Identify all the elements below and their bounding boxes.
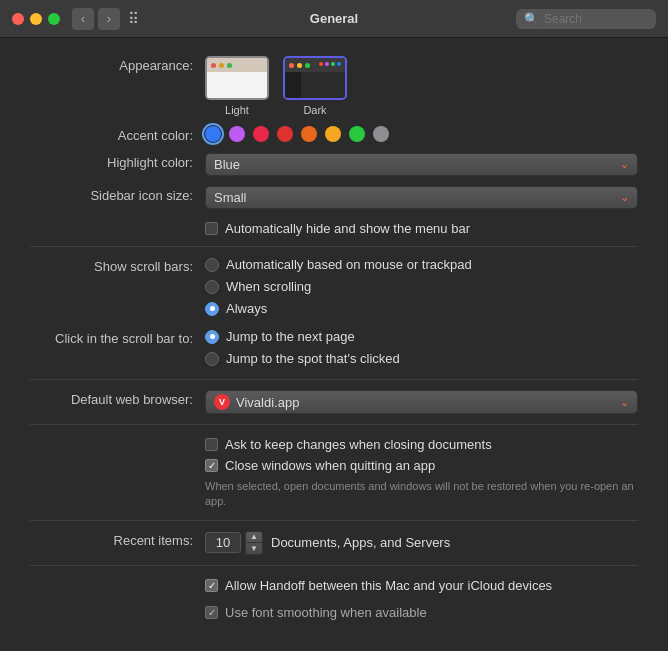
font-smoothing-checkbox[interactable] [205,606,218,619]
ask-keep-row: Ask to keep changes when closing documen… [30,435,638,510]
scroll-always-radio[interactable] [205,302,219,316]
recent-items-value: 10 [205,532,241,553]
menu-bar-checkbox-row: Automatically hide and show the menu bar [205,219,638,236]
dark-label: Dark [303,104,326,116]
scroll-bars-row: Show scroll bars: Automatically based on… [30,257,638,319]
close-windows-label: Close windows when quitting an app [225,458,435,473]
nav-buttons: ‹ › [72,8,120,30]
recent-items-row: Recent items: 10 ▲ ▼ Documents, Apps, an… [30,531,638,555]
separator-3 [30,424,638,425]
font-smoothing-control: Use font smoothing when available [205,603,638,620]
vivaldi-icon: V [214,394,230,410]
sidebar-icon-size-arrow: ⌄ [620,191,629,204]
sidebar-icon-size-control: Small ⌄ [205,186,638,209]
accent-dot-graphite[interactable] [373,126,389,142]
scroll-bars-control: Automatically based on mouse or trackpad… [205,257,638,319]
sidebar-icon-size-dropdown[interactable]: Small ⌄ [205,186,638,209]
vivaldi-value: Vivaldi.app [236,395,299,410]
scroll-scrolling-row: When scrolling [205,279,638,294]
scroll-auto-row: Automatically based on mouse or trackpad [205,257,638,272]
scroll-bars-label: Show scroll bars: [30,257,205,274]
click-scroll-row: Click in the scroll bar to: Jump to the … [30,329,638,369]
default-browser-dropdown[interactable]: V Vivaldi.app ⌄ [205,390,638,414]
close-button[interactable] [12,13,24,25]
accent-dot-pink[interactable] [253,126,269,142]
handoff-checkbox[interactable] [205,579,218,592]
accent-colors [205,126,638,142]
search-input[interactable] [544,12,648,26]
sidebar-icon-size-value: Small [214,190,247,205]
accent-color-control [205,126,638,142]
vivaldi-left: V Vivaldi.app [214,394,299,410]
separator-5 [30,565,638,566]
scroll-always-row: Always [205,301,638,316]
recent-items-control: 10 ▲ ▼ Documents, Apps, and Servers [205,531,638,555]
accent-dot-red[interactable] [277,126,293,142]
traffic-lights [12,13,60,25]
recent-items-suffix: Documents, Apps, and Servers [271,535,450,550]
scroll-always-label: Always [226,301,267,316]
ask-keep-label: Ask to keep changes when closing documen… [225,437,492,452]
stepper-up-button[interactable]: ▲ [246,532,262,543]
accent-dot-purple[interactable] [229,126,245,142]
click-next-page-row: Jump to the next page [205,329,638,344]
grid-icon[interactable]: ⠿ [128,10,139,28]
hint-text: When selected, open documents and window… [205,479,638,510]
recent-items-label: Recent items: [30,531,205,548]
accent-color-row: Accent color: [30,126,638,143]
ask-keep-checkbox[interactable] [205,438,218,451]
click-spot-radio[interactable] [205,352,219,366]
recent-items-inline: 10 ▲ ▼ Documents, Apps, and Servers [205,531,638,555]
menu-bar-row: Automatically hide and show the menu bar [30,219,638,236]
menu-bar-control: Automatically hide and show the menu bar [205,219,638,236]
minimize-button[interactable] [30,13,42,25]
titlebar: ‹ › ⠿ General 🔍 [0,0,668,38]
highlight-color-row: Highlight color: Blue ⌄ [30,153,638,176]
scroll-auto-radio[interactable] [205,258,219,272]
font-smoothing-spacer [30,603,205,605]
click-scroll-label: Click in the scroll bar to: [30,329,205,346]
forward-button[interactable]: › [98,8,120,30]
separator-1 [30,246,638,247]
close-windows-checkbox[interactable] [205,459,218,472]
accent-dot-green[interactable] [349,126,365,142]
highlight-color-label: Highlight color: [30,153,205,170]
handoff-label: Allow Handoff between this Mac and your … [225,578,552,593]
highlight-color-dropdown[interactable]: Blue ⌄ [205,153,638,176]
handoff-checkbox-row: Allow Handoff between this Mac and your … [205,576,638,593]
back-button[interactable]: ‹ [72,8,94,30]
stepper-arrows: ▲ ▼ [245,531,263,555]
accent-dot-blue[interactable] [205,126,221,142]
highlight-color-value: Blue [214,157,240,172]
light-option[interactable]: Light [205,56,269,116]
menu-bar-spacer [30,219,205,221]
click-spot-row: Jump to the spot that's clicked [205,351,638,366]
scroll-scrolling-label: When scrolling [226,279,311,294]
font-smoothing-row: Use font smoothing when available [30,603,638,620]
font-smoothing-label: Use font smoothing when available [225,605,427,620]
ask-keep-control: Ask to keep changes when closing documen… [205,435,638,510]
accent-dot-orange[interactable] [301,126,317,142]
search-box[interactable]: 🔍 [516,9,656,29]
menu-bar-checkbox[interactable] [205,222,218,235]
accent-dot-yellow[interactable] [325,126,341,142]
light-thumb [205,56,269,100]
maximize-button[interactable] [48,13,60,25]
search-icon: 🔍 [524,12,539,26]
scroll-scrolling-radio[interactable] [205,280,219,294]
handoff-row: Allow Handoff between this Mac and your … [30,576,638,593]
window-title: General [310,11,358,26]
dark-option[interactable]: Dark [283,56,347,116]
recent-items-stepper: 10 ▲ ▼ [205,531,263,555]
stepper-down-button[interactable]: ▼ [246,543,262,554]
click-next-page-label: Jump to the next page [226,329,355,344]
vivaldi-arrow: ⌄ [620,396,629,409]
click-next-page-radio[interactable] [205,330,219,344]
appearance-control: Light [205,56,638,116]
dark-thumb [283,56,347,100]
default-browser-control: V Vivaldi.app ⌄ [205,390,638,414]
scroll-auto-label: Automatically based on mouse or trackpad [226,257,472,272]
preferences-content: Appearance: Light [0,38,668,651]
appearance-label: Appearance: [30,56,205,73]
ask-keep-checkbox-row: Ask to keep changes when closing documen… [205,435,638,452]
